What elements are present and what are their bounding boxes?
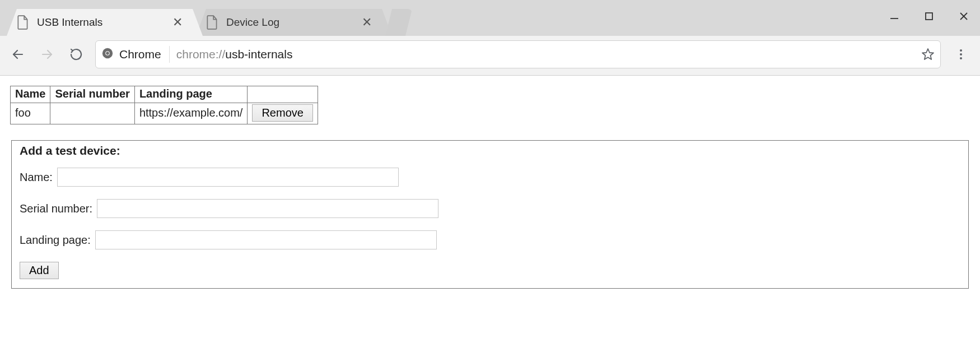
cell-actions: Remove <box>248 103 318 124</box>
remove-button[interactable]: Remove <box>252 104 312 122</box>
omnibox[interactable]: Chrome chrome://usb-internals <box>95 40 941 68</box>
tab-device-log[interactable]: Device Log ✕ <box>196 9 392 36</box>
new-tab-button[interactable] <box>385 9 412 36</box>
omnibox-chip-label: Chrome <box>119 48 161 61</box>
window-maximize-button[interactable] <box>914 4 944 28</box>
omnibox-chip: Chrome <box>101 46 170 63</box>
col-name: Name <box>11 86 50 103</box>
window-controls <box>879 4 979 28</box>
page-content: Name Serial number Landing page foo http… <box>0 76 980 299</box>
field-row-landing: Landing page: <box>20 230 960 249</box>
omnibox-url: chrome://usb-internals <box>176 48 293 61</box>
table-row: foo https://example.com/ Remove <box>11 103 318 124</box>
table-header-row: Name Serial number Landing page <box>11 86 318 103</box>
tab-usb-internals[interactable]: USB Internals ✕ <box>7 9 203 36</box>
serial-input[interactable] <box>97 199 438 218</box>
landing-input[interactable] <box>95 230 437 249</box>
page-icon <box>206 15 218 30</box>
svg-rect-1 <box>926 13 932 20</box>
page-icon <box>17 15 29 30</box>
serial-label: Serial number: <box>20 202 92 215</box>
landing-label: Landing page: <box>20 234 91 247</box>
back-button[interactable] <box>8 44 28 64</box>
browser-chrome: USB Internals ✕ Device Log ✕ <box>0 0 980 76</box>
field-row-name: Name: <box>20 168 960 187</box>
tab-close-icon[interactable]: ✕ <box>172 16 183 29</box>
svg-marker-9 <box>922 49 934 59</box>
add-button[interactable]: Add <box>20 262 59 279</box>
tab-close-icon[interactable]: ✕ <box>362 16 372 29</box>
window-minimize-button[interactable] <box>879 4 909 28</box>
cell-landing: https://example.com/ <box>134 103 248 124</box>
svg-point-8 <box>106 52 109 55</box>
devices-table: Name Serial number Landing page foo http… <box>10 86 318 124</box>
add-box-legend: Add a test device: <box>20 144 960 158</box>
col-landing: Landing page <box>134 86 248 103</box>
svg-point-10 <box>960 49 962 52</box>
tab-strip: USB Internals ✕ Device Log ✕ <box>0 0 980 36</box>
cell-name: foo <box>11 103 50 124</box>
cell-serial <box>50 103 134 124</box>
reload-button[interactable] <box>66 44 86 64</box>
chrome-logo-icon <box>101 47 114 62</box>
name-label: Name: <box>20 171 53 184</box>
toolbar: Chrome chrome://usb-internals <box>0 36 980 76</box>
name-input[interactable] <box>57 168 399 187</box>
omnibox-url-path: usb-internals <box>225 48 292 61</box>
add-test-device-box: Add a test device: Name: Serial number: … <box>11 140 969 289</box>
bookmark-star-icon[interactable] <box>921 48 935 61</box>
svg-point-12 <box>960 57 962 59</box>
field-row-serial: Serial number: <box>20 199 960 218</box>
forward-button[interactable] <box>37 44 57 64</box>
browser-menu-button[interactable] <box>950 48 972 61</box>
tab-title: USB Internals <box>37 16 164 29</box>
col-serial: Serial number <box>50 86 134 103</box>
svg-point-11 <box>960 53 962 55</box>
col-actions <box>248 86 318 103</box>
omnibox-url-scheme: chrome:// <box>176 48 226 61</box>
tab-title: Device Log <box>226 16 353 29</box>
window-close-button[interactable] <box>949 4 979 28</box>
